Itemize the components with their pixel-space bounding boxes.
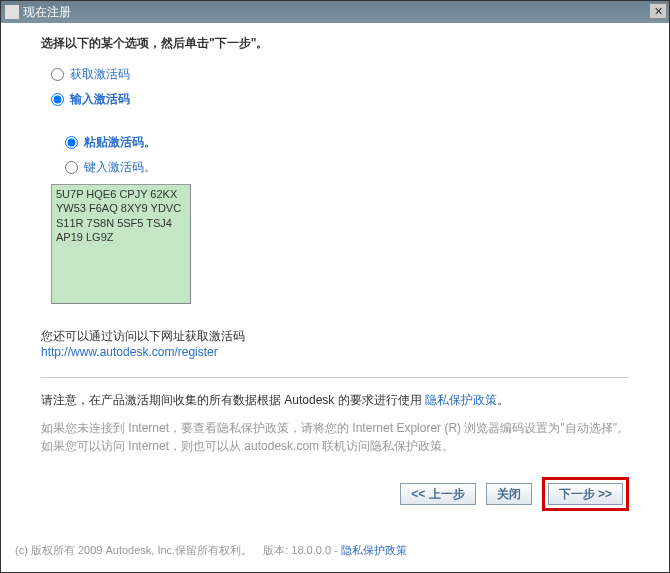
instruction-text: 选择以下的某个选项，然后单击"下一步"。 [41, 35, 629, 52]
radio-paste-code[interactable] [65, 136, 78, 149]
registration-window: 现在注册 ✕ 选择以下的某个选项，然后单击"下一步"。 获取激活码 输入激活码 … [0, 0, 670, 573]
next-button-highlight: 下一步 >> [542, 477, 629, 511]
button-row: << 上一步 关闭 下一步 >> [41, 477, 629, 511]
privacy-link[interactable]: 隐私保护政策 [425, 393, 497, 407]
next-button[interactable]: 下一步 >> [548, 483, 623, 505]
privacy-notice-prefix: 请注意，在产品激活期间收集的所有数据根据 Autodesk 的要求进行使用 [41, 393, 425, 407]
close-icon[interactable]: ✕ [649, 3, 667, 19]
copyright-text: (c) 版权所有 2009 Autodesk, Inc.保留所有权利。 版本: … [15, 544, 341, 556]
content-area: 选择以下的某个选项，然后单击"下一步"。 获取激活码 输入激活码 粘贴激活码。 … [1, 23, 669, 572]
app-icon [5, 5, 19, 19]
activation-code-textarea[interactable] [51, 184, 191, 304]
radio-type-code-label: 键入激活码。 [84, 159, 156, 176]
register-url-link[interactable]: http://www.autodesk.com/register [41, 345, 218, 359]
url-block: 您还可以通过访问以下网址获取激活码 http://www.autodesk.co… [41, 328, 629, 359]
radio-paste-row[interactable]: 粘贴激活码。 [65, 134, 629, 151]
url-help-text: 您还可以通过访问以下网址获取激活码 [41, 328, 629, 345]
radio-paste-code-label: 粘贴激活码。 [84, 134, 156, 151]
radio-enter-code-row[interactable]: 输入激活码 [51, 91, 629, 108]
footer: (c) 版权所有 2009 Autodesk, Inc.保留所有权利。 版本: … [15, 543, 407, 558]
ie-encoding-notice: 如果您未连接到 Internet，要查看隐私保护政策，请将您的 Internet… [41, 419, 629, 455]
radio-type-row[interactable]: 键入激活码。 [65, 159, 629, 176]
close-button[interactable]: 关闭 [486, 483, 532, 505]
privacy-notice: 请注意，在产品激活期间收集的所有数据根据 Autodesk 的要求进行使用 隐私… [41, 392, 629, 409]
radio-get-code-label: 获取激活码 [70, 66, 130, 83]
radio-enter-code-label: 输入激活码 [70, 91, 130, 108]
radio-get-code[interactable] [51, 68, 64, 81]
radio-get-code-row[interactable]: 获取激活码 [51, 66, 629, 83]
window-title: 现在注册 [23, 4, 71, 21]
privacy-notice-suffix: 。 [497, 393, 509, 407]
titlebar: 现在注册 ✕ [1, 1, 669, 23]
radio-enter-code[interactable] [51, 93, 64, 106]
back-button[interactable]: << 上一步 [400, 483, 475, 505]
radio-type-code[interactable] [65, 161, 78, 174]
footer-privacy-link[interactable]: 隐私保护政策 [341, 544, 407, 556]
divider [41, 377, 629, 378]
